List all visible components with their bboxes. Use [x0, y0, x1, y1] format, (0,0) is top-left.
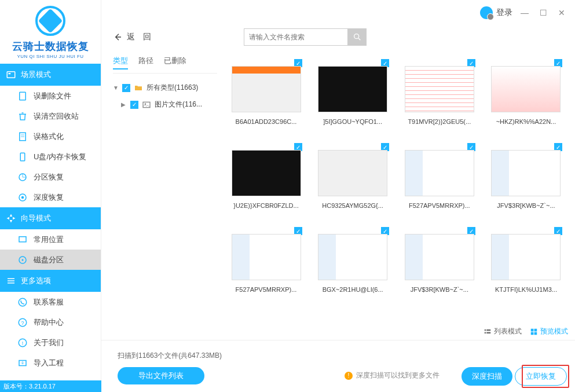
- list-view-button[interactable]: 列表模式: [484, 327, 522, 336]
- file-thumbnail: [232, 150, 301, 196]
- tab-path[interactable]: 路径: [138, 56, 153, 69]
- file-card[interactable]: ✓BGX~2R1HU@LI(6...: [311, 224, 395, 307]
- svg-rect-10: [19, 236, 26, 241]
- view-toggle: 列表模式 预览模式: [484, 324, 568, 339]
- menu-deep[interactable]: 深度恢复: [0, 187, 101, 207]
- section-scene-label: 场景模式: [21, 69, 51, 80]
- list-icon: [484, 328, 492, 336]
- trash-icon: [17, 111, 28, 122]
- logo-area: 云骑士数据恢复 YUN QI SHI SHU JU HUI FU: [0, 0, 101, 64]
- file-thumbnail: [405, 234, 474, 280]
- file-card[interactable]: ✓KTJTFI}LK%UJ1M3...: [484, 224, 568, 307]
- svg-rect-6: [20, 153, 25, 161]
- menu-help[interactable]: ?帮助中心: [0, 312, 101, 332]
- menu-partition[interactable]: 分区恢复: [0, 167, 101, 187]
- maximize-button[interactable]: ☐: [537, 6, 550, 19]
- export-list-button[interactable]: 导出文件列表: [118, 367, 204, 384]
- file-thumbnail: [232, 234, 301, 280]
- main-area: 登录 — ☐ ✕ 返 回 类型 路径 已删除 ▼ ✓: [101, 0, 575, 392]
- image-icon: [142, 100, 151, 109]
- caret-right-icon: ▶: [121, 101, 127, 108]
- svg-rect-32: [531, 332, 534, 335]
- filter-tabs: 类型 路径 已删除: [113, 56, 217, 74]
- back-arrow-icon: [113, 32, 122, 42]
- tree-all-types[interactable]: ▼ ✓ 所有类型(11663): [113, 79, 217, 96]
- login-button[interactable]: 登录: [480, 6, 512, 19]
- svg-point-9: [21, 196, 24, 199]
- svg-rect-2: [20, 92, 26, 100]
- tab-deleted[interactable]: 已删除: [164, 56, 186, 69]
- help-icon: ?: [17, 317, 28, 328]
- svg-rect-31: [534, 328, 537, 331]
- menu-misdelete[interactable]: 误删除文件: [0, 86, 101, 106]
- file-card[interactable]: ✓HC9325AYMG52G{...: [311, 140, 395, 224]
- search-wrap: [244, 28, 367, 46]
- menu-recyclebin[interactable]: 误清空回收站: [0, 106, 101, 126]
- file-card[interactable]: ✓JFV$3R[KWB~Z`~...: [484, 140, 568, 224]
- menu-usb[interactable]: U盘/内存卡恢复: [0, 146, 101, 167]
- file-icon: [17, 91, 28, 101]
- content: 类型 路径 已删除 ▼ ✓ 所有类型(11663) ▶ ✓ 图片文件(116..…: [113, 56, 568, 340]
- tree-all-types-label: 所有类型(11663): [147, 83, 198, 93]
- file-thumbnail: [405, 66, 474, 112]
- import-icon: [17, 358, 28, 368]
- search-icon: [353, 32, 362, 42]
- file-card[interactable]: ✓B6A01ADD23C96C...: [224, 56, 308, 140]
- partition-icon: [17, 172, 28, 182]
- caret-down-icon: ▼: [113, 85, 119, 91]
- deep-scan-button[interactable]: 深度扫描: [462, 367, 512, 386]
- tree-images[interactable]: ▶ ✓ 图片文件(116...: [113, 96, 217, 113]
- search-input[interactable]: [244, 28, 348, 46]
- section-more-label: 更多选项: [21, 276, 51, 286]
- close-button[interactable]: ✕: [555, 6, 568, 19]
- file-name: F527APV5MRRXP)...: [409, 202, 470, 209]
- file-thumbnail: [405, 150, 474, 196]
- menu-common-loc[interactable]: 常用位置: [0, 229, 101, 250]
- checkbox-checked-icon[interactable]: ✓: [130, 101, 138, 109]
- format-icon: [17, 131, 28, 142]
- file-card[interactable]: ✓~HKZ)RK%%A22N...: [484, 56, 568, 140]
- section-scene-mode: 场景模式: [0, 64, 101, 86]
- svg-rect-29: [486, 332, 490, 333]
- file-name: JFV$3R[KWB~Z`~...: [411, 286, 468, 293]
- file-name: B6A01ADD23C96C...: [236, 118, 297, 125]
- file-name: T91MVR[2)}2GEU5(...: [408, 118, 471, 125]
- menu-contact[interactable]: 联系客服: [0, 292, 101, 312]
- svg-rect-1: [9, 73, 11, 74]
- recover-button[interactable]: 立即恢复: [515, 367, 567, 386]
- file-name: JFV$3R[KWB~Z`~...: [497, 202, 555, 209]
- file-card[interactable]: ✓JFV$3R[KWB~Z`~...: [397, 224, 481, 307]
- file-thumbnail: [318, 234, 387, 280]
- login-label: 登录: [496, 8, 512, 18]
- file-card[interactable]: ✓F527APV5MRRXP)...: [397, 140, 481, 224]
- checkbox-checked-icon[interactable]: ✓: [122, 84, 130, 92]
- search-button[interactable]: [348, 28, 367, 46]
- grid-icon: [530, 328, 538, 336]
- back-button[interactable]: 返 回: [113, 32, 151, 42]
- file-thumbnail: [318, 66, 387, 112]
- file-card[interactable]: ✓F527APV5MRRXP)...: [224, 224, 308, 307]
- file-thumbnail: [232, 66, 301, 112]
- svg-rect-30: [531, 328, 534, 331]
- file-card[interactable]: ✓]5I]GGOU~YQFO1...: [311, 56, 395, 140]
- preview-view-button[interactable]: 预览模式: [530, 327, 568, 336]
- menu-disk-partition[interactable]: 磁盘分区: [0, 250, 101, 270]
- svg-point-22: [354, 34, 359, 39]
- tree-images-label: 图片文件(116...: [155, 100, 202, 109]
- file-thumbnail: [491, 150, 561, 196]
- menu-import[interactable]: 导入工程: [0, 353, 101, 373]
- svg-point-25: [145, 103, 147, 105]
- file-card[interactable]: ✓T91MVR[2)}2GEU5(...: [397, 56, 481, 140]
- menu-about[interactable]: !关于我们: [0, 332, 101, 353]
- tab-type[interactable]: 类型: [113, 56, 128, 69]
- file-grid: ✓B6A01ADD23C96C...✓]5I]GGOU~YQFO1...✓T91…: [217, 56, 568, 340]
- svg-rect-33: [534, 332, 537, 335]
- file-card[interactable]: ✓}U2E)}XFCBR0FZLD...: [224, 140, 308, 224]
- minimize-button[interactable]: —: [518, 6, 531, 19]
- back-label: 返 回: [127, 32, 151, 42]
- file-name: KTJTFI}LK%UJ1M3...: [495, 286, 557, 293]
- file-name: F527APV5MRRXP)...: [236, 286, 297, 293]
- section-guide-mode: 向导模式: [0, 207, 101, 229]
- sidebar: 云骑士数据恢复 YUN QI SHI SHU JU HUI FU 场景模式 误删…: [0, 0, 101, 392]
- menu-format[interactable]: 误格式化: [0, 126, 101, 146]
